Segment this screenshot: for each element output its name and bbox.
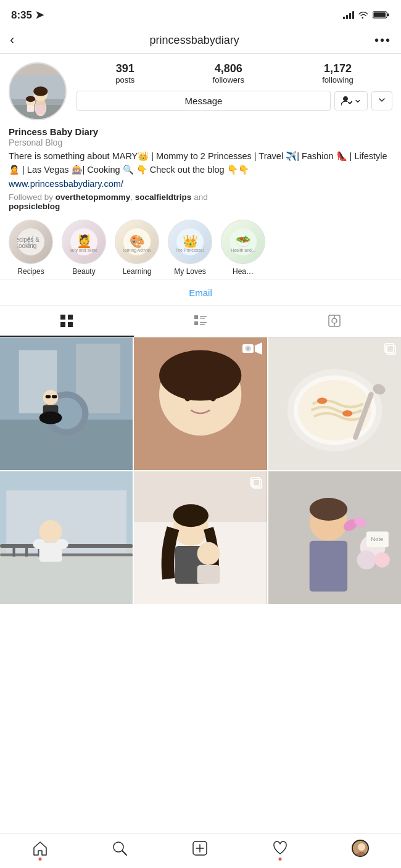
- svg-point-64: [246, 347, 249, 350]
- svg-point-13: [26, 96, 35, 102]
- dropdown-button[interactable]: [371, 91, 392, 110]
- follow-button[interactable]: [334, 91, 368, 110]
- highlight-health[interactable]: 🥗 Health and... Hea…: [221, 220, 265, 276]
- photo-cell-5[interactable]: [134, 471, 267, 604]
- profile-category: Personal Blog: [9, 138, 392, 147]
- highlight-beauty[interactable]: 💆 Beauty and skincare Beauty: [62, 220, 106, 276]
- svg-rect-40: [200, 324, 205, 325]
- grid-view-button[interactable]: [0, 306, 134, 337]
- back-button[interactable]: ‹: [10, 32, 14, 48]
- search-icon: [112, 840, 128, 856]
- svg-text:Health and...: Health and...: [231, 248, 255, 252]
- highlight-label-learning: Learning: [123, 267, 152, 276]
- likes-active-dot: [278, 858, 281, 861]
- profile-stats: 391 posts 4,806 followers 1,172 followin…: [76, 62, 392, 111]
- highlight-label-beauty: Beauty: [72, 267, 95, 276]
- svg-point-115: [358, 843, 365, 851]
- svg-rect-33: [60, 322, 65, 327]
- svg-rect-81: [25, 544, 28, 557]
- email-link[interactable]: Email: [189, 287, 212, 298]
- svg-rect-54: [46, 395, 51, 398]
- posts-stat[interactable]: 391 posts: [115, 62, 134, 85]
- new-post-button[interactable]: [192, 840, 208, 856]
- person-check-icon: [341, 96, 352, 105]
- multi-post-icon-2: [250, 476, 262, 489]
- highlight-learning[interactable]: 🎨 Learning Activities Learning: [115, 220, 159, 276]
- tag-icon: [327, 313, 342, 328]
- profile-bio: There is something about MARY👑 | Mommy t…: [9, 150, 392, 177]
- profile-display-name: Princess Baby Diary: [9, 126, 392, 137]
- avatar[interactable]: [9, 62, 67, 120]
- nav-avatar: [352, 840, 369, 857]
- video-camera-icon: [242, 342, 262, 355]
- chevron-down-icon: [355, 98, 361, 104]
- highlight-label-health: Hea…: [233, 267, 254, 276]
- following-count: 1,172: [324, 62, 352, 75]
- highlight-recipes[interactable]: 🍴 Recipes & Cooking Recipes: [9, 220, 53, 276]
- message-button[interactable]: Message: [76, 91, 331, 111]
- photo-cell-6[interactable]: Note: [268, 471, 401, 604]
- following-stat[interactable]: 1,172 following: [322, 62, 353, 85]
- photo-cell-4[interactable]: [0, 471, 133, 604]
- svg-rect-11: [36, 105, 44, 114]
- learning-highlight-image: 🎨 Learning Activities: [123, 228, 151, 255]
- view-toggle: [0, 306, 401, 337]
- highlight-circle-recipes: 🍴 Recipes & Cooking: [9, 220, 53, 264]
- svg-rect-101: [309, 541, 347, 592]
- home-active-dot: [38, 858, 41, 861]
- highlight-label-recipes: Recipes: [17, 267, 44, 276]
- posts-count: 391: [116, 62, 134, 75]
- wifi-icon: [358, 10, 369, 19]
- photo-6-image: Note: [268, 471, 401, 604]
- svg-rect-94: [197, 565, 220, 584]
- home-icon: [32, 840, 48, 856]
- health-highlight-image: 🥗 Health and...: [229, 228, 257, 255]
- profile-header: 391 posts 4,806 followers 1,172 followin…: [0, 54, 401, 120]
- tagged-view-button[interactable]: [267, 306, 401, 337]
- svg-rect-34: [68, 322, 73, 327]
- followed-user-1[interactable]: overthetopmommy: [56, 192, 131, 202]
- list-view-button[interactable]: [134, 306, 268, 337]
- svg-point-93: [197, 542, 220, 565]
- svg-point-59: [184, 394, 191, 401]
- svg-rect-1: [373, 12, 386, 17]
- highlight-loves[interactable]: 👑 The Princesses My Loves: [168, 220, 212, 276]
- svg-line-110: [122, 851, 126, 855]
- new-post-icon: [192, 840, 208, 856]
- status-icons: [343, 10, 390, 19]
- home-nav-button[interactable]: [32, 840, 48, 856]
- followed-user-3[interactable]: popsicleblog: [9, 202, 60, 211]
- photo-cell-1[interactable]: [0, 337, 133, 470]
- more-options-button[interactable]: •••: [374, 33, 391, 48]
- profile-nav-button[interactable]: [352, 840, 369, 857]
- top-nav: ‹ princessbabydiary •••: [0, 27, 401, 54]
- signal-icon: [343, 10, 354, 19]
- bio-section: Princess Baby Diary Personal Blog There …: [0, 120, 401, 211]
- svg-rect-31: [60, 315, 65, 320]
- svg-point-58: [159, 350, 241, 400]
- photo-1-image: [0, 337, 133, 470]
- photo-cell-2[interactable]: [134, 337, 267, 470]
- svg-text:Beauty and skincare: Beauty and skincare: [70, 248, 97, 253]
- svg-rect-80: [13, 544, 15, 557]
- profile-buttons: Message: [76, 91, 392, 111]
- profile-website[interactable]: www.princessbabydiary.com/: [9, 179, 392, 189]
- svg-point-84: [39, 520, 62, 543]
- likes-nav-button[interactable]: [272, 840, 288, 856]
- followers-stat[interactable]: 4,806 followers: [213, 62, 244, 85]
- svg-rect-14: [27, 105, 34, 112]
- highlight-label-loves: My Loves: [174, 267, 205, 276]
- svg-rect-2: [387, 14, 389, 17]
- svg-point-60: [210, 394, 216, 401]
- nav-profile-image: [353, 841, 369, 857]
- highlight-circle-loves: 👑 The Princesses: [168, 220, 212, 264]
- photo-cell-3[interactable]: [268, 337, 401, 470]
- svg-point-69: [317, 397, 327, 403]
- followed-user-2[interactable]: socalfieldtrips: [135, 192, 192, 202]
- following-label: following: [322, 75, 353, 85]
- recipes-highlight-image: 🍴 Recipes & Cooking: [17, 228, 44, 255]
- highlight-circle-learning: 🎨 Learning Activities: [115, 220, 159, 264]
- profile-username-nav: princessbabydiary: [150, 34, 239, 47]
- search-nav-button[interactable]: [112, 840, 128, 856]
- svg-rect-39: [200, 322, 207, 323]
